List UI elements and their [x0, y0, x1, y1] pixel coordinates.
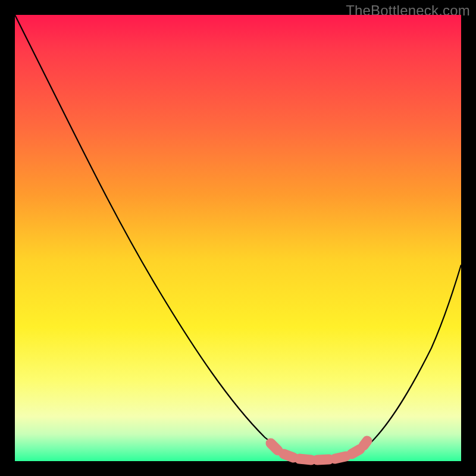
curve-layer	[15, 15, 461, 461]
chart-stage: TheBottleneck.com	[0, 0, 476, 476]
bottleneck-curve	[15, 15, 461, 460]
plot-area	[15, 15, 461, 461]
optimal-band	[271, 441, 367, 460]
